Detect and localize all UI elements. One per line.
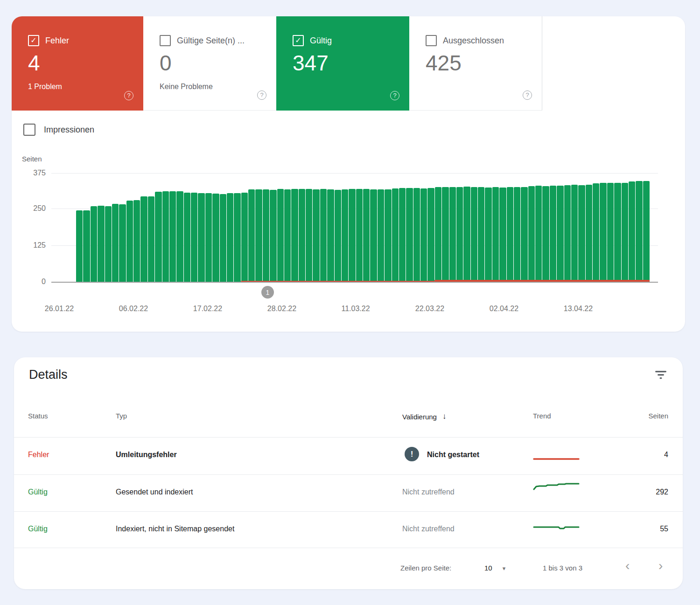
- chart-bar[interactable]: [578, 173, 585, 282]
- chart-bar[interactable]: [420, 173, 427, 282]
- chart-bar[interactable]: [349, 173, 355, 282]
- chart-bar[interactable]: [220, 173, 226, 282]
- help-icon[interactable]: ?: [523, 90, 532, 100]
- status-card-gueltige-seiten[interactable]: Gültige Seite(n) ... 0 Keine Probleme ?: [143, 16, 276, 111]
- chart-bar[interactable]: [571, 173, 578, 282]
- chart-bar[interactable]: [385, 173, 391, 282]
- chart-bar[interactable]: [622, 173, 628, 282]
- chart-bar[interactable]: [514, 173, 520, 282]
- help-icon[interactable]: ?: [257, 90, 266, 100]
- chart-bar[interactable]: [198, 173, 204, 282]
- chart-bar[interactable]: [91, 173, 97, 282]
- chart-bar[interactable]: [234, 173, 240, 282]
- chart-bar[interactable]: [478, 173, 484, 282]
- chart-bar[interactable]: [542, 173, 549, 282]
- table-row[interactable]: Gültig Indexiert, nicht in Sitemap gesen…: [14, 511, 683, 548]
- column-header-validierung[interactable]: Validierung ↓: [402, 412, 446, 421]
- chart-bar[interactable]: [277, 173, 284, 282]
- chart-bar[interactable]: [227, 173, 233, 282]
- chart-bar[interactable]: [105, 173, 112, 282]
- chart-bar[interactable]: [184, 173, 190, 282]
- chart-bar[interactable]: [413, 173, 420, 282]
- checkbox-checked-icon[interactable]: ✓: [28, 35, 39, 46]
- chart-bar[interactable]: [335, 173, 341, 282]
- next-page-button[interactable]: ›: [658, 559, 663, 572]
- status-card-ausgeschlossen[interactable]: Ausgeschlossen 425 ?: [409, 16, 542, 111]
- previous-page-button[interactable]: ‹: [625, 559, 630, 572]
- status-card-fehler[interactable]: ✓ Fehler 4 1 Problem ?: [12, 16, 143, 111]
- chart-bar[interactable]: [550, 173, 556, 282]
- chart-bar[interactable]: [535, 173, 542, 282]
- chart-bar[interactable]: [392, 173, 399, 282]
- checkbox-unchecked-icon[interactable]: [23, 124, 35, 136]
- chart-bar[interactable]: [449, 173, 456, 282]
- chart-bar[interactable]: [557, 173, 563, 282]
- chart-bar[interactable]: [162, 173, 169, 282]
- chart-bar[interactable]: [636, 173, 642, 282]
- chart-bar[interactable]: [284, 173, 291, 282]
- chart-bar[interactable]: [507, 173, 513, 282]
- chart-bar[interactable]: [119, 173, 126, 282]
- chart-bar[interactable]: [456, 173, 463, 282]
- chart-bar[interactable]: [176, 173, 183, 282]
- chart-bar[interactable]: [485, 173, 491, 282]
- chart-bar[interactable]: [427, 173, 434, 282]
- chart-bar[interactable]: [370, 173, 377, 282]
- chart-bar[interactable]: [140, 173, 147, 282]
- chart-bar[interactable]: [442, 173, 448, 282]
- chart-bar[interactable]: [435, 173, 441, 282]
- chart-bar[interactable]: [406, 173, 413, 282]
- chart-bar[interactable]: [255, 173, 262, 282]
- status-card-gueltig[interactable]: ✓ Gültig 347 ?: [276, 16, 409, 111]
- rows-per-page-select[interactable]: 10 ▾: [484, 564, 505, 572]
- chart-bar[interactable]: [492, 173, 499, 282]
- chart-bar[interactable]: [248, 173, 255, 282]
- help-icon[interactable]: ?: [390, 91, 399, 100]
- chart-bar[interactable]: [363, 173, 370, 282]
- chart-bar[interactable]: [327, 173, 334, 282]
- chart-bar[interactable]: [205, 173, 212, 282]
- chart-bar[interactable]: [528, 173, 535, 282]
- chart-bar[interactable]: [212, 173, 219, 282]
- chart-bar[interactable]: [155, 173, 161, 282]
- chart-bar[interactable]: [643, 173, 650, 282]
- table-row[interactable]: Gültig Gesendet und indexiert Nicht zutr…: [14, 474, 683, 511]
- chart-bar[interactable]: [83, 173, 90, 282]
- chart-bar[interactable]: [320, 173, 327, 282]
- chart-bar[interactable]: [263, 173, 269, 282]
- chart-bar[interactable]: [399, 173, 406, 282]
- chart-bar[interactable]: [600, 173, 606, 282]
- chart-bar[interactable]: [593, 173, 599, 282]
- chart-bar[interactable]: [607, 173, 614, 282]
- chart-bar[interactable]: [169, 173, 176, 282]
- chart-bar[interactable]: [76, 173, 83, 282]
- chart-bar[interactable]: [148, 173, 154, 282]
- chart-bar[interactable]: [270, 173, 276, 282]
- chart-bar[interactable]: [98, 173, 104, 282]
- checkbox-checked-icon[interactable]: ✓: [293, 35, 304, 46]
- chart-bar[interactable]: [356, 173, 363, 282]
- chart-bar[interactable]: [299, 173, 305, 282]
- chart-bar[interactable]: [313, 173, 319, 282]
- chart-bar[interactable]: [241, 173, 248, 282]
- chart-bar[interactable]: [306, 173, 312, 282]
- annotation-marker[interactable]: 1: [261, 286, 274, 299]
- chart-bar[interactable]: [342, 173, 348, 282]
- chart-bar[interactable]: [126, 173, 133, 282]
- chart-bar[interactable]: [521, 173, 527, 282]
- chart-bar[interactable]: [133, 173, 140, 282]
- chart-bar[interactable]: [191, 173, 197, 282]
- chart-bar[interactable]: [499, 173, 506, 282]
- chart-bar[interactable]: [629, 173, 635, 282]
- chart-bar[interactable]: [378, 173, 384, 282]
- checkbox-unchecked-icon[interactable]: [160, 35, 171, 46]
- chart-bar[interactable]: [614, 173, 621, 282]
- chart-bar[interactable]: [291, 173, 298, 282]
- impressions-toggle[interactable]: Impressionen: [23, 124, 94, 136]
- checkbox-unchecked-icon[interactable]: [426, 35, 437, 46]
- chart-bar[interactable]: [564, 173, 571, 282]
- table-row[interactable]: Fehler Umleitungsfehler ! Nicht gestarte…: [14, 437, 683, 474]
- chart-bar[interactable]: [586, 173, 592, 282]
- chart-bar[interactable]: [112, 173, 119, 282]
- filter-icon[interactable]: [654, 369, 667, 381]
